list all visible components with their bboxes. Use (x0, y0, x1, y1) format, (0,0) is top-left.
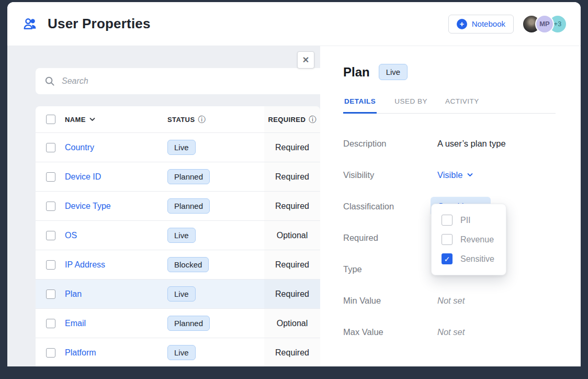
row-checkbox[interactable] (46, 348, 55, 358)
table-row[interactable]: IP Address Blocked Required (36, 250, 320, 279)
property-name-link[interactable]: Email (65, 319, 86, 328)
property-name-link[interactable]: Device ID (65, 172, 101, 182)
option-label: PII (460, 216, 471, 225)
table-row[interactable]: Email Planned Optional (36, 308, 320, 338)
tab-details[interactable]: DETAILS (343, 92, 377, 114)
close-icon: ✕ (302, 55, 309, 65)
chevron-down-icon (467, 173, 473, 177)
property-name-link[interactable]: Platform (65, 348, 96, 358)
search-icon (44, 76, 55, 86)
page-title: User Properties (48, 16, 151, 32)
name-column-sort[interactable]: NAME (65, 116, 95, 124)
user-properties-window: User Properties + Notebook MP +3 ✕ (7, 2, 581, 366)
field-min-value: Min Value Not set (343, 285, 581, 316)
name-column-header: NAME (65, 116, 86, 124)
field-description: Description A user’s plan type (343, 128, 581, 159)
detail-status-badge: Live (379, 64, 408, 80)
property-name-link[interactable]: Plan (65, 289, 82, 299)
visibility-dropdown[interactable]: Visible (437, 170, 473, 180)
option-label: Revenue (460, 235, 494, 244)
table-row[interactable]: OS Live Optional (36, 220, 320, 250)
field-label: Min Value (343, 296, 437, 306)
field-label: Classification (343, 202, 437, 211)
status-info-icon[interactable]: ⓘ (198, 116, 205, 123)
status-badge: Planned (167, 198, 210, 214)
required-info-icon[interactable]: ⓘ (309, 116, 316, 123)
table-row[interactable]: Platform Live Required (36, 338, 320, 366)
property-name-link[interactable]: OS (65, 231, 77, 240)
row-checkbox[interactable] (46, 143, 55, 152)
dropdown-option[interactable]: Sensitive (432, 249, 506, 269)
dropdown-option[interactable]: PII (432, 210, 506, 230)
required-value: Required (264, 280, 320, 308)
classification-dropdown-menu: PII Revenue Sensitive (431, 204, 506, 275)
search-box (36, 68, 320, 94)
row-checkbox[interactable] (46, 319, 55, 328)
row-checkbox[interactable] (46, 172, 55, 182)
max-value: Not set (437, 327, 465, 337)
table-row[interactable]: Device Type Planned Required (36, 191, 320, 220)
notebook-button[interactable]: + Notebook (448, 15, 514, 34)
required-value: Required (264, 338, 320, 366)
option-checkbox[interactable] (442, 253, 453, 264)
property-name-link[interactable]: Device Type (65, 202, 111, 211)
detail-title: Plan (343, 65, 370, 80)
status-badge: Live (167, 228, 196, 243)
app-header: User Properties + Notebook MP +3 (7, 2, 581, 46)
property-detail-panel: Plan Live DETAILS USED BY ACTIVITY Descr… (320, 46, 581, 366)
avatar-initials[interactable]: MP (535, 15, 554, 34)
row-checkbox[interactable] (46, 202, 55, 211)
required-value: Optional (264, 309, 320, 338)
description-value: A user’s plan type (437, 139, 506, 149)
properties-table: NAME STATUS ⓘ (36, 106, 320, 366)
header-left: User Properties (22, 16, 151, 32)
property-name-link[interactable]: Country (65, 143, 94, 152)
required-column-header: REQUIRED (268, 116, 306, 124)
header-right: + Notebook MP +3 (448, 15, 567, 34)
option-checkbox[interactable] (442, 234, 453, 245)
tab-used-by[interactable]: USED BY (394, 92, 427, 113)
avatar-stack: MP +3 (522, 15, 567, 34)
option-checkbox[interactable] (442, 215, 453, 226)
tab-activity[interactable]: ACTIVITY (445, 92, 479, 113)
status-column-header: STATUS (167, 116, 195, 124)
dropdown-option[interactable]: Revenue (432, 230, 506, 249)
option-label: Sensitive (460, 254, 494, 264)
row-checkbox[interactable] (46, 289, 55, 299)
detail-tabs: DETAILS USED BY ACTIVITY (343, 92, 556, 114)
status-badge: Live (167, 345, 196, 360)
field-label: Required (343, 233, 437, 243)
search-input[interactable] (62, 76, 311, 86)
status-badge: Planned (167, 169, 210, 184)
status-badge: Live (167, 140, 196, 155)
row-checkbox[interactable] (46, 260, 55, 270)
field-visibility: Visibility Visible (343, 159, 581, 191)
required-value: Required (264, 133, 320, 162)
property-name-link[interactable]: IP Address (65, 260, 105, 270)
notebook-button-label: Notebook (472, 19, 505, 28)
table-row[interactable]: Device ID Planned Required (36, 162, 320, 191)
chevron-down-icon (89, 117, 95, 121)
plus-icon: + (457, 19, 467, 29)
row-checkbox[interactable] (46, 231, 55, 240)
table-row[interactable]: Country Live Required (36, 132, 320, 162)
properties-list-panel: ✕ NAME (7, 46, 320, 366)
select-all-checkbox[interactable] (46, 115, 55, 124)
close-button[interactable]: ✕ (297, 51, 314, 69)
table-row[interactable]: Plan Live Required (36, 279, 320, 308)
status-badge: Live (167, 286, 196, 302)
field-label: Description (343, 139, 437, 149)
visibility-value: Visible (437, 170, 462, 180)
field-label: Visibility (343, 170, 437, 180)
min-value: Not set (437, 296, 465, 306)
field-label: Max Value (343, 327, 437, 337)
field-max-value: Max Value Not set (343, 316, 581, 348)
required-value: Required (264, 162, 320, 191)
required-value: Required (264, 250, 320, 279)
required-value: Optional (264, 221, 320, 250)
status-badge: Blocked (167, 257, 209, 272)
required-value: Required (264, 192, 320, 220)
users-icon (22, 16, 38, 32)
table-header-row: NAME STATUS ⓘ (36, 106, 320, 132)
status-badge: Planned (167, 316, 210, 331)
